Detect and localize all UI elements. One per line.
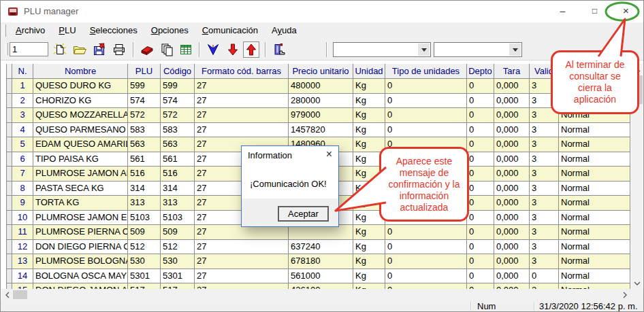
menu-item-selecciones[interactable]: Selecciones — [83, 25, 144, 35]
cell: DON DIEGO JAMON AH — [33, 283, 128, 289]
accept-button[interactable]: Aceptar — [278, 206, 329, 222]
close-button[interactable]: × — [611, 1, 641, 21]
cell: 563 — [161, 137, 195, 152]
menu-item-opciones[interactable]: Opciones — [144, 25, 195, 35]
toolbar-grip[interactable] — [5, 43, 8, 55]
cell: 3 — [530, 167, 559, 181]
table-row[interactable]: 11PLUMROSE PIERNA CO50950927Kg000,0003No… — [6, 225, 630, 240]
upload-button[interactable] — [243, 41, 259, 58]
maximize-button[interactable]: □ — [579, 1, 610, 21]
menu-item-ayuda[interactable]: Ayuda — [265, 25, 304, 35]
dialog-close-icon[interactable]: × — [326, 148, 332, 160]
table-row[interactable]: 2CHORIZO KG57457427280000Kg000,0003Norma… — [6, 94, 630, 109]
cell: 27 — [195, 225, 289, 240]
chevron-down-icon[interactable] — [509, 44, 521, 56]
cell: 0 — [467, 167, 494, 181]
cell: 0 — [385, 123, 467, 138]
scroll-right-icon[interactable] — [619, 289, 630, 300]
save-icon — [92, 42, 107, 57]
cell: 9 — [12, 196, 33, 211]
cell: 27 — [195, 108, 289, 123]
print-button[interactable] — [111, 41, 127, 58]
vertical-scroll-thumb[interactable] — [631, 75, 643, 104]
table-button[interactable] — [178, 41, 194, 58]
cell: 512 — [128, 240, 161, 255]
cell: 599 — [161, 79, 195, 94]
toolbar-grip[interactable] — [3, 24, 6, 37]
cell: 0 — [385, 108, 467, 123]
cell: Kg — [353, 283, 385, 289]
num-lock-indicator: Num — [477, 300, 496, 312]
copy-button[interactable] — [159, 41, 175, 58]
cell: 0 — [385, 211, 467, 226]
cell: 3 — [530, 123, 559, 138]
delete-button[interactable] — [139, 41, 155, 58]
statusbar-divider — [534, 302, 535, 311]
scroll-left-icon[interactable] — [1, 289, 13, 300]
cell: Normal — [559, 123, 630, 138]
cell: 5301 — [128, 269, 161, 284]
toolbar-separator — [326, 42, 327, 57]
filter-combo-2[interactable] — [434, 42, 522, 57]
table-row[interactable]: 14BOLOGNA OSCA MAYE5301530127561000Kg000… — [6, 269, 630, 284]
row-indicator-header — [6, 64, 12, 79]
cell: 599 — [128, 79, 161, 94]
cell: 2 — [12, 94, 33, 109]
down-arrow-icon — [225, 42, 240, 57]
cell: 0 — [467, 225, 494, 240]
cell: 313 — [161, 196, 195, 211]
new-button[interactable] — [52, 41, 68, 58]
row-indicator — [6, 269, 12, 284]
cell: Kg — [353, 196, 385, 211]
table-row[interactable]: 12DON DIEGO PIERNA CO51251227637240Kg000… — [6, 240, 630, 255]
open-button[interactable] — [71, 41, 88, 58]
horizontal-scrollbar[interactable] — [1, 289, 630, 300]
filter-combo-1[interactable] — [333, 42, 431, 57]
cell: 5301 — [161, 269, 195, 284]
menu-item-plu[interactable]: PLU — [52, 25, 82, 35]
cell: Normal — [559, 196, 630, 211]
horizontal-scroll-thumb[interactable] — [13, 290, 27, 299]
cell: 0,000 — [494, 240, 530, 255]
scroll-down-icon[interactable] — [631, 277, 643, 289]
chevron-down-icon[interactable] — [418, 44, 430, 56]
cell: Kg — [353, 108, 385, 123]
exit-button[interactable] — [271, 41, 287, 58]
table-row[interactable]: 13PLUMROSE BOLOGNA K53053027678180Kg000,… — [6, 254, 630, 269]
menu-item-comunicacion[interactable]: Comunicación — [195, 25, 265, 35]
cell: 27 — [195, 79, 289, 94]
datetime-text: 31/3/2020 12:56:42 p. m. — [539, 300, 638, 312]
row-indicator — [6, 196, 12, 211]
save-button[interactable] — [91, 41, 108, 58]
column-header: Formato cód. barras — [195, 64, 289, 79]
table-row[interactable]: 15DON DIEGO JAMON AH51751727436100Kg000,… — [6, 283, 630, 289]
cell: 0,000 — [494, 225, 530, 240]
cell: 0 — [385, 225, 467, 240]
open-folder-icon — [72, 42, 87, 57]
cell: 572 — [128, 108, 161, 123]
cell: Kg — [353, 137, 385, 152]
receive-all-button[interactable] — [205, 41, 221, 58]
table-row[interactable]: 4QUESO PARMESANO KG583583271457820Kg000,… — [6, 123, 630, 138]
cell: 313 — [128, 196, 161, 211]
cell: 480000 — [289, 79, 353, 94]
download-button[interactable] — [225, 41, 241, 58]
cell: 27 — [195, 283, 289, 289]
cell: 0 — [467, 269, 494, 284]
record-number-input[interactable] — [10, 42, 48, 56]
toolbar-separator — [265, 42, 266, 57]
cell: 0 — [467, 196, 494, 211]
scroll-up-icon[interactable] — [631, 64, 643, 75]
cell: 314 — [128, 181, 161, 196]
table-row[interactable]: 3QUESO MOZZARELLA KG57257227979000Kg000,… — [6, 108, 630, 123]
cell: 561 — [161, 152, 195, 167]
cell: 3 — [530, 181, 559, 196]
table-row[interactable]: 1QUESO DURO KG59959927480000Kg000,0003No… — [6, 79, 630, 94]
menu-item-archivo[interactable]: Archivo — [9, 25, 52, 35]
minimize-button[interactable]: – — [547, 1, 578, 21]
cell: PLUMROSE BOLOGNA K — [33, 254, 128, 269]
cell: QUESO MOZZARELLA KG — [33, 108, 128, 123]
vertical-scrollbar[interactable] — [631, 64, 643, 289]
cell: Kg — [353, 269, 385, 284]
cell: EDAM QUESO AMARILLO — [33, 137, 128, 152]
